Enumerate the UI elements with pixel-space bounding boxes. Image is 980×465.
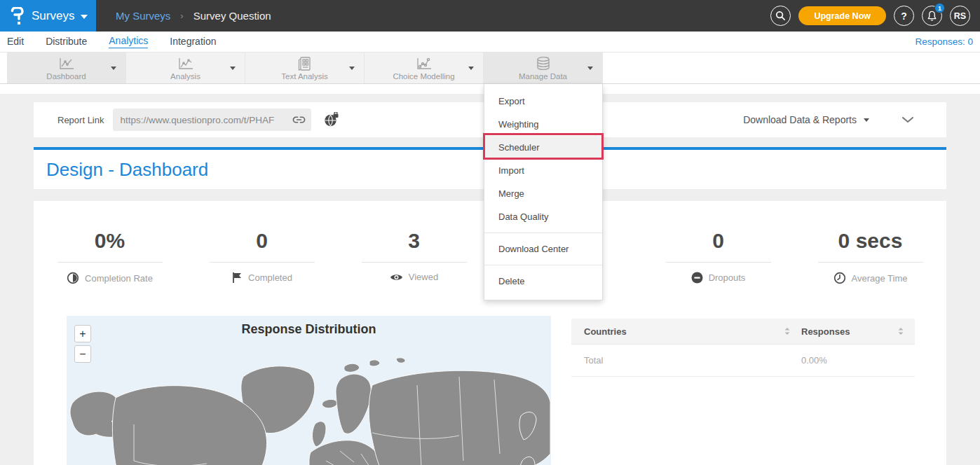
tab-label: Text Analysis [281,72,327,81]
stat-viewed: 3 Viewed [338,229,490,284]
tab-choice-modelling[interactable]: Choice Modelling [365,53,484,83]
menu-item-export[interactable]: Export [484,90,602,113]
menu-item-import[interactable]: Import [484,159,602,182]
avatar-initials: RS [954,11,966,21]
tab-analysis[interactable]: Analysis [126,53,245,83]
breadcrumb-current-survey: Survey Question [193,10,271,22]
download-data-reports-label: Download Data & Reports [743,114,857,125]
download-data-reports-dropdown[interactable]: Download Data & Reports [743,114,869,125]
stat-completion-rate: 0% Completion Rate [34,229,186,284]
clock-icon [833,272,846,284]
tab-label: Dashboard [46,72,86,81]
line-chart-icon [57,56,76,71]
link-icon[interactable] [292,115,306,125]
tab-label: Analysis [170,72,200,81]
stat-label: Dropouts [709,272,746,283]
stat-completed: 0 Completed [186,229,338,284]
stat-value: 0 secs [794,229,946,253]
divider [818,262,923,263]
map-title: Response Distribution [67,316,551,337]
menu-item-scheduler[interactable]: Scheduler [484,136,602,159]
collapse-panel-button[interactable] [901,116,914,123]
menu-item-data-quality[interactable]: Data Quality [484,205,602,228]
menu-item-merge[interactable]: Merge [484,182,602,205]
manage-data-dropdown-menu: Export Weighting Scheduler Import Merge … [484,84,603,300]
search-button[interactable] [770,6,791,26]
survey-section-nav: Edit Distribute Analytics Integration Re… [0,32,980,53]
search-icon [775,11,786,21]
product-name: Surveys [32,9,74,23]
completion-rate-icon [67,272,79,284]
flag-icon [231,272,243,284]
stat-dropouts: 0 Dropouts [642,229,794,284]
database-icon [535,56,552,71]
menu-item-download-center[interactable]: Download Center [484,237,602,261]
sort-icon[interactable] [897,326,905,336]
table-header-row: Countries Responses [571,319,915,345]
chevron-down-icon[interactable] [230,67,236,70]
chevron-down-icon[interactable] [587,67,593,70]
help-button[interactable]: ? [894,6,914,26]
column-header-countries[interactable]: Countries [584,326,627,337]
report-link-label: Report Link [57,115,104,125]
breadcrumb-separator: › [180,11,183,21]
map-zoom-in-button[interactable]: + [74,325,91,342]
chevron-down-icon[interactable] [349,67,355,70]
chevron-down-icon [864,118,869,122]
divider [666,262,771,263]
tab-label: Choice Modelling [393,72,454,81]
chevron-down-icon[interactable] [111,67,116,70]
eye-icon [390,272,403,282]
nav-item-distribute[interactable]: Distribute [46,36,87,48]
stat-value: 0 [186,229,338,253]
upgrade-now-button[interactable]: Upgrade Now [798,6,886,25]
tab-manage-data[interactable]: Manage Data [484,53,603,83]
tab-label: Manage Data [519,72,567,81]
stat-label: Average Time [852,273,908,284]
nav-item-integration[interactable]: Integration [170,36,216,48]
question-mark-icon: ? [901,11,907,22]
nav-item-edit[interactable]: Edit [7,36,24,48]
visualizations-row: Response Distribution + − [34,316,946,465]
stat-label: Completed [248,272,292,283]
report-url-input[interactable] [120,115,292,125]
user-avatar[interactable]: RS [950,6,970,26]
top-navigation-bar: Surveys My Surveys › Survey Question Upg… [0,0,980,32]
scatter-chart-icon [415,56,433,71]
page-title: Design - Dashboard [46,159,208,181]
notification-count-badge: 1 [934,3,945,13]
breadcrumb-my-surveys[interactable]: My Surveys [116,10,170,22]
surveys-product-menu[interactable]: Surveys [0,0,96,32]
tab-dashboard[interactable]: Dashboard [7,53,126,83]
stat-value: 0 [642,229,794,253]
response-distribution-map: Response Distribution + − [67,316,551,465]
breadcrumb: My Surveys › Survey Question [116,10,271,22]
globe-privacy-icon[interactable] [323,112,340,127]
notifications-button[interactable]: 1 [922,6,942,26]
topbar-actions: Upgrade Now ? 1 RS [770,6,980,26]
minus-circle-icon [691,272,703,284]
menu-item-weighting[interactable]: Weighting [484,113,602,136]
stat-value: 3 [338,229,490,253]
nav-item-analytics[interactable]: Analytics [109,35,148,48]
chevron-down-icon [81,15,88,19]
stat-label: Viewed [409,272,438,282]
menu-item-delete[interactable]: Delete [484,270,602,293]
column-header-responses[interactable]: Responses [801,326,850,337]
divider [57,262,163,263]
chevron-down-icon [901,116,914,123]
menu-divider [484,233,602,233]
total-responses-value: 0.00% [801,355,905,366]
questionpro-logo-icon [10,7,25,25]
tab-text-analysis[interactable]: Text Analysis [245,53,365,83]
total-label: Total [584,355,801,366]
menu-divider [484,265,602,265]
divider [210,262,315,263]
sort-icon[interactable] [783,326,791,336]
stat-value: 0% [34,229,186,253]
document-grid-icon [297,56,313,71]
stat-average-time: 0 secs Average Time [794,229,946,284]
responses-count: Responses: 0 [915,36,973,47]
world-map-graphic[interactable] [67,349,551,465]
chevron-down-icon[interactable] [468,67,474,70]
